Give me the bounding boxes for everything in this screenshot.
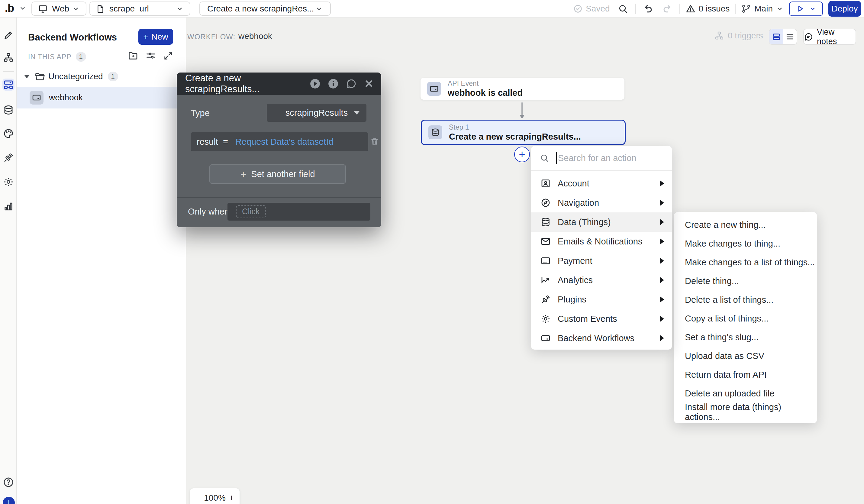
action-search-input[interactable]: Search for an action (531, 146, 672, 171)
issues-label: 0 issues (699, 4, 730, 14)
sliders-icon (145, 50, 156, 61)
step-card-selected[interactable]: Step 1 Create a new scrapingResults... (421, 120, 626, 145)
list-view-button[interactable] (783, 29, 797, 44)
action-category-plugins[interactable]: Plugins (531, 290, 672, 309)
expand-button[interactable] (163, 50, 174, 61)
action-category-analytics[interactable]: Analytics (531, 271, 672, 290)
delete-field-button[interactable] (370, 136, 379, 146)
modal-divider (177, 197, 381, 198)
submenu-item[interactable]: Delete an uploaded file (674, 384, 817, 403)
action-category-data-things[interactable]: Data (Things) (531, 213, 672, 232)
nav-pages-button[interactable] (2, 51, 14, 63)
submenu-caret-icon (660, 297, 664, 302)
submenu-item[interactable]: Make changes to a list of things... (674, 253, 817, 272)
new-button-label: New (151, 32, 168, 42)
element-dropdown[interactable]: Create a new scrapingRes... (200, 1, 331, 16)
type-label: Type (191, 108, 209, 118)
nav-data-button[interactable] (2, 104, 14, 116)
event-card[interactable]: API Event webhook is called (421, 77, 624, 100)
page-label: scrape_url (109, 4, 149, 14)
search-icon (540, 153, 549, 163)
play-icon (796, 4, 805, 13)
set-another-field-button[interactable]: + Set another field (209, 164, 346, 184)
action-category-navigation[interactable]: Navigation (531, 193, 672, 213)
action-search-menu: Search for an action Account Navigation … (531, 146, 672, 350)
nav-plugins-button[interactable] (2, 152, 14, 164)
run-icon[interactable] (309, 78, 321, 89)
submenu-item[interactable]: Copy a list of things... (674, 309, 817, 328)
only-when-input[interactable]: Click (227, 203, 370, 220)
chevron-down-icon (72, 5, 80, 13)
submenu-item[interactable]: Delete thing... (674, 272, 817, 290)
help-icon (3, 477, 14, 488)
caret-down-icon (354, 111, 360, 115)
type-select[interactable]: scrapingResults (267, 104, 367, 122)
filter-button[interactable] (145, 50, 156, 61)
undo-button[interactable] (641, 2, 655, 16)
nav-settings-button[interactable] (2, 176, 14, 188)
event-card-title: webhook is called (448, 88, 523, 98)
new-workflow-button[interactable]: + New (139, 29, 173, 45)
preview-run-button[interactable] (789, 1, 823, 16)
step-card-kind: Step 1 (449, 123, 581, 131)
nav-backend-workflows-button[interactable] (2, 79, 14, 91)
cards-view-button[interactable] (769, 29, 783, 44)
zoom-level: 100% (204, 493, 226, 503)
folder-row-uncategorized[interactable]: Uncategorized 1 (17, 70, 187, 83)
search-button[interactable] (616, 2, 630, 16)
submenu-item[interactable]: Delete a list of things... (674, 290, 817, 309)
add-folder-button[interactable] (128, 50, 139, 61)
only-when-label: Only when (188, 207, 229, 217)
submenu-caret-icon (660, 200, 664, 206)
field-name: result (197, 137, 218, 147)
action-category-payment[interactable]: Payment (531, 251, 672, 271)
platform-dropdown[interactable]: Web (32, 1, 86, 16)
top-toolbar: .b Web scrape_url Create a new scrapingR… (0, 0, 864, 17)
submenu-item[interactable]: Set a thing's slug... (674, 328, 817, 347)
folder-plus-icon (128, 50, 139, 61)
submenu-item[interactable]: Create a new thing... (674, 215, 817, 234)
help-button[interactable] (2, 476, 14, 488)
flow-arrow-icon (518, 102, 526, 120)
zoom-control: − 100% + (190, 488, 240, 504)
action-category-emails[interactable]: Emails & Notifications (531, 232, 672, 251)
close-icon[interactable] (364, 79, 374, 89)
comment-icon[interactable] (346, 78, 357, 89)
redo-button[interactable] (660, 2, 674, 16)
action-category-account[interactable]: Account (531, 174, 672, 193)
gear-icon (540, 314, 551, 324)
plus-icon: + (240, 168, 246, 180)
toolbar-divider (735, 4, 736, 14)
view-notes-button[interactable]: View notes (803, 29, 856, 45)
nav-logs-button[interactable] (2, 200, 14, 212)
issues-button[interactable]: 0 issues (685, 4, 730, 14)
monitor-icon (38, 4, 48, 14)
action-category-label: Backend Workflows (558, 333, 634, 343)
zoom-out-button[interactable]: − (195, 493, 201, 503)
submenu-item[interactable]: Upload data as CSV (674, 347, 817, 365)
zoom-in-button[interactable]: + (229, 493, 234, 503)
nav-styles-button[interactable] (2, 128, 14, 140)
action-category-label: Custom Events (558, 314, 617, 324)
submenu-item[interactable]: Install more data (things) actions... (674, 403, 817, 421)
workflow-list-item-webhook[interactable]: webhook (17, 87, 187, 108)
modal-header[interactable]: Create a new scrapingResults... (177, 73, 381, 95)
page-dropdown[interactable]: scrape_url (89, 1, 190, 16)
nav-design-button[interactable] (2, 29, 14, 41)
caret-down-icon (24, 75, 29, 78)
branch-selector[interactable]: Main (741, 4, 784, 14)
info-icon[interactable] (327, 78, 339, 89)
logo-menu-button[interactable] (19, 4, 27, 12)
left-icon-rail: I (0, 17, 17, 504)
section-label: IN THIS APP (28, 53, 72, 61)
avatar[interactable]: I (3, 497, 15, 504)
add-step-button[interactable]: + (514, 146, 530, 162)
field-assignment-row[interactable]: result = Request Data's datasetId (191, 132, 368, 151)
action-category-backend-workflows[interactable]: Backend Workflows (531, 328, 672, 348)
submenu-item[interactable]: Make changes to thing... (674, 234, 817, 253)
submenu-item[interactable]: Return data from API (674, 365, 817, 384)
field-value-expression[interactable]: Request Data's datasetId (235, 137, 334, 147)
deploy-button[interactable]: Deploy (828, 1, 861, 16)
action-category-custom-events[interactable]: Custom Events (531, 309, 672, 328)
cards-view-icon (772, 32, 781, 41)
